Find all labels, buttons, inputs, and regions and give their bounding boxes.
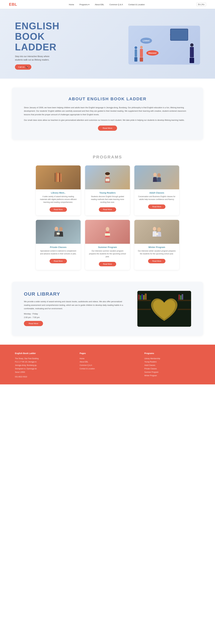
program-desc-winter: Our intensive winter vacation program pr… <box>137 250 176 255</box>
figure-teacher <box>190 43 194 63</box>
phone-icon: 📞 <box>26 66 28 68</box>
private-classes-icon <box>52 226 64 238</box>
program-img-adult <box>134 166 179 189</box>
nav-about[interactable]: About EBL <box>95 4 104 6</box>
program-title-adult: Adult Classes <box>137 192 177 194</box>
program-title-private: Private Classes <box>38 246 78 248</box>
svg-rect-31 <box>182 294 183 300</box>
library-read-more[interactable]: Read More <box>24 321 43 326</box>
library-hours: Monday - Friday 2:00 pm - 7:00 pm <box>24 312 128 319</box>
footer-pages-heading: Pages <box>80 352 135 354</box>
svg-rect-4 <box>60 174 62 182</box>
program-title-summer: Summer Program <box>87 246 128 248</box>
hero-text: ENGLISH BOOK LADDER Step into our intera… <box>15 21 59 70</box>
read-more-library[interactable]: Read More <box>50 207 67 212</box>
program-card-library: Library Mem.. A wide variety of award-wi… <box>36 166 81 216</box>
library-text: OUR LIBRARY We provide a wide variety of… <box>24 291 128 326</box>
svg-rect-25 <box>140 295 141 300</box>
nav-qa[interactable]: Common Q & A <box>109 4 123 6</box>
footer-prog-library[interactable]: Library Membership <box>144 358 160 360</box>
read-more-winter[interactable]: Read More <box>148 259 165 263</box>
program-title-library: Library Mem.. <box>38 192 78 194</box>
programs-grid: Library Mem.. A wide variety of award-wi… <box>36 166 179 270</box>
footer-prog-adult[interactable]: Adult Classes <box>144 364 155 366</box>
read-more-summer[interactable]: Read More <box>99 262 116 266</box>
programs-section: PROGRAMS Library Mem.. A wide variety of… <box>0 149 215 279</box>
program-img-library <box>36 166 81 189</box>
about-heading: ABOUT ENGLISH BOOK LADDER <box>24 96 191 101</box>
svg-rect-23 <box>178 309 191 310</box>
svg-point-7 <box>105 172 110 175</box>
nav-contact[interactable]: Contact & Location <box>128 4 145 6</box>
speech-listen: Listen! <box>140 38 152 44</box>
footer-prog-winter[interactable]: Winter Program <box>144 374 157 377</box>
svg-rect-1 <box>56 172 57 182</box>
program-title-winter: Winter Program <box>137 246 177 248</box>
read-more-adult[interactable]: Read More <box>148 204 165 209</box>
footer-col-contact: English Book Ladder The Sharp, Star Park… <box>15 352 71 378</box>
footer-link-qa[interactable]: Common Q & A <box>80 364 92 366</box>
hero-illustration: Read! Listen! Discuss! <box>128 26 200 64</box>
program-desc-library: A wide variety of award-winning reading … <box>39 195 78 204</box>
svg-rect-30 <box>180 295 181 300</box>
program-card-winter: Winter Program Our intensive winter vaca… <box>134 220 179 270</box>
about-section: ABOUT ENGLISH BOOK LADDER Since January … <box>0 88 215 140</box>
figure-boy <box>134 46 137 62</box>
program-desc-summer: Our intensive summer vacation program pr… <box>88 250 127 258</box>
svg-rect-12 <box>57 232 60 235</box>
program-desc-young: Students discover English through guided… <box>88 195 127 204</box>
footer-col-pages: Pages Home About EBL Common Q & A Contac… <box>80 352 135 378</box>
svg-rect-20 <box>137 300 151 301</box>
svg-rect-2 <box>57 173 59 182</box>
call-us-button[interactable]: Call Us 📞 <box>15 64 31 70</box>
program-img-winter <box>134 220 179 244</box>
adult-classes-icon <box>151 172 163 184</box>
footer-pages-list: Home About EBL Common Q & A Contact & Lo… <box>80 357 135 370</box>
nav-links: Home Programs ▾ About EBL Common Q & A C… <box>69 3 145 6</box>
svg-rect-0 <box>54 173 56 182</box>
program-card-summer: Summer Program Our intensive summer vaca… <box>85 220 130 270</box>
library-heading: OUR LIBRARY <box>24 291 128 297</box>
footer-prog-private[interactable]: Private Classes <box>144 368 157 370</box>
svg-rect-6 <box>106 178 109 181</box>
footer-address: The Sharp, Star Park Building F11 2, F 0… <box>15 357 71 374</box>
program-img-summer <box>85 220 130 244</box>
svg-point-8 <box>153 173 157 177</box>
about-para2: Our small class sizes allow our teachers… <box>24 118 191 122</box>
svg-rect-21 <box>137 309 151 310</box>
footer-link-about[interactable]: About EBL <box>80 361 88 363</box>
svg-point-9 <box>157 173 161 177</box>
footer-prog-young[interactable]: Young Readers <box>144 361 157 363</box>
program-title-young: Young Readers <box>87 192 128 194</box>
footer-phone: 031-8022-5010 <box>15 375 71 378</box>
svg-rect-14 <box>105 233 110 236</box>
programs-heading: PROGRAMS <box>12 155 203 160</box>
language-toggle[interactable]: En | Ko <box>197 3 206 6</box>
footer-prog-summer[interactable]: Summer Program <box>144 371 159 373</box>
hero-section: ENGLISH BOOK LADDER Step into our intera… <box>0 9 215 78</box>
hero-subtitle: Step into our interactive library where … <box>15 55 57 62</box>
library-image <box>137 291 191 327</box>
program-card-private: Private Classes Specialized content is t… <box>36 220 81 270</box>
svg-rect-26 <box>141 294 143 300</box>
program-card-adult: Adult Classes Conversation and Business … <box>134 166 179 216</box>
program-img-private <box>36 220 81 244</box>
speech-discuss: Discuss! <box>146 50 159 56</box>
summer-program-icon <box>102 226 113 238</box>
call-label: Call Us <box>18 66 24 68</box>
nav-home[interactable]: Home <box>69 4 74 6</box>
nav-programs[interactable]: Programs ▾ <box>79 4 89 6</box>
library-book-heart <box>137 291 191 327</box>
read-more-private[interactable]: Read More <box>50 259 67 263</box>
library-section: OUR LIBRARY We provide a wide variety of… <box>0 282 215 336</box>
svg-rect-29 <box>179 294 180 300</box>
library-para1: We provide a wide variety of award-winni… <box>24 300 128 310</box>
about-para1: Since January of 2009, we have been help… <box>24 106 191 116</box>
footer-link-home[interactable]: Home <box>80 358 84 360</box>
read-more-young[interactable]: Read More <box>99 207 116 212</box>
svg-rect-17 <box>155 233 158 235</box>
nav-logo[interactable]: EBL <box>9 2 17 7</box>
about-read-more[interactable]: Read More <box>98 126 117 131</box>
svg-rect-24 <box>138 294 140 300</box>
footer-link-contact[interactable]: Contact & Location <box>80 368 95 370</box>
